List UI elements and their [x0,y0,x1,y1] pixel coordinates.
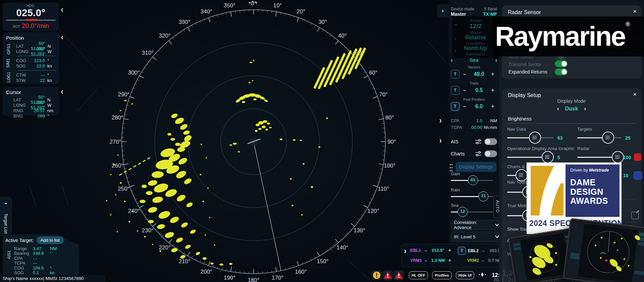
cursor-long-label: LONG [13,103,29,108]
vrm1-minus[interactable]: − [422,258,430,264]
echo-cluster-north [235,60,268,103]
ebl2-minus[interactable]: − [480,248,487,254]
nav-data-slider[interactable] [507,132,553,143]
close-icon[interactable]: × [633,91,637,98]
target-cog-label: COG [14,266,33,271]
display-setup-title: Display Setup [508,92,541,98]
cpa-expand-chevron[interactable]: › [439,115,441,126]
rain-slider[interactable]: 71 [451,191,493,201]
alarm-alert-button[interactable] [394,270,404,280]
ais-expand-chevron[interactable]: › [439,136,441,146]
ais-toggle[interactable] [484,138,497,145]
oda-graphic-slider[interactable] [507,151,553,163]
sea-slider[interactable]: 12 [451,207,493,217]
vectors-true-button[interactable]: T [451,70,460,79]
radar-brightness-slider[interactable] [577,151,622,163]
caution-alert-button[interactable] [372,270,382,280]
range-value: 12/2 [452,22,499,30]
past-position-plus[interactable]: + [488,103,497,110]
sea-thumb[interactable]: 12 [458,207,468,217]
svg-text:10°: 10° [273,2,282,9]
correlation-dropdown[interactable]: Correlation: Advance [451,220,502,230]
edit-icon[interactable] [631,212,639,219]
trails-plus[interactable]: + [488,87,497,94]
ebl-vrm-panel: › EBL1 − 012.5° + T EBL2 − 053.5° + VRM1… [401,244,500,267]
cursor-panel: Cursor LAT50° 51,283'N LONG001° 51,283'W… [3,87,59,115]
trails-minus[interactable]: − [460,87,470,94]
rain-thumb[interactable]: 71 [478,191,488,201]
add-to-list-button[interactable]: Add to list [37,236,64,244]
ir-dropdown[interactable]: IR: Level 5 [451,232,502,242]
target-list-tab[interactable]: › Target List [0,197,12,236]
profiles-button[interactable]: Profiles [432,271,451,279]
warning-alert-button[interactable] [383,270,393,280]
ais-filter-icon[interactable] [475,139,482,145]
radar-brightness-thumb[interactable] [612,151,624,163]
collapse-position-chevron[interactable]: ‹ [61,32,63,43]
transmit-sector-toggle[interactable] [555,60,568,67]
hl-off-button[interactable]: HL OFF [409,271,428,279]
svg-text:90°: 90° [387,139,396,145]
svg-text:350°: 350° [224,2,235,9]
range-menu-popup[interactable]: Range 12/2 − + Motion Relative ‹ Orienta… [452,16,499,58]
target-cpa-label: CPA [14,256,33,261]
ebl2-true-button[interactable]: T [458,247,466,255]
svg-text:290°: 290° [118,91,129,98]
past-position-minus[interactable]: − [460,103,470,110]
ebl1-plus[interactable]: + [446,247,453,253]
display-settings-button[interactable]: Display Settings [455,162,496,172]
vrm2-minus[interactable]: − [479,258,487,264]
past-position-true-button[interactable]: T [451,102,460,111]
orientation-prev-chevron[interactable]: ‹ [454,47,456,54]
stab-next-chevron[interactable]: › [495,57,497,63]
panel-collapse-tab[interactable]: › [437,4,449,17]
collapse-hdg-chevron[interactable]: ‹ [61,5,63,15]
radar-brightness-value: 100 [623,155,631,160]
device-mode-labels: Device mode X Band [451,7,497,11]
cursor-bng-label: BNG [13,113,29,119]
vectors-minus[interactable]: − [460,71,470,78]
cog-value: 123.0 [32,58,45,63]
targets-thumb[interactable] [602,132,614,144]
award-line2: DESIGN [570,187,620,197]
svg-text:140°: 140° [336,244,348,251]
mode-next-chevron[interactable]: › [584,106,586,111]
charts-filter-icon[interactable] [475,151,482,157]
targets-slider[interactable] [577,132,622,143]
close-icon[interactable]: × [633,8,637,15]
ebl1-minus[interactable]: − [422,248,430,253]
radar-color-swatch[interactable] [634,153,641,161]
cpa-value: 1.0 [476,118,482,123]
oda-graphic-thumb[interactable] [542,151,554,163]
collapse-cursor-chevron[interactable]: ‹ [61,87,63,97]
vrm1-plus[interactable]: + [446,257,453,264]
vectors-plus[interactable]: + [488,71,497,78]
brightness-dim-icon[interactable] [478,271,486,280]
trails-color-swatch[interactable] [634,172,642,180]
hide-ui-button[interactable]: Hide UI [456,271,475,279]
cursor-bng-value: 069 [29,113,45,119]
ship-identity-bar: Ship's Name xxxxxx| MMSI 1234567890 [0,275,105,282]
stab-prev-chevron[interactable]: ‹ [451,57,452,63]
range-minus[interactable]: − [454,22,458,29]
ebl-expand-chevron[interactable]: › [404,246,406,256]
drag-handle-dots[interactable] [449,163,453,172]
nav-data-thumb[interactable] [529,132,541,144]
stabilization-label: Stabilization [452,52,499,56]
cpa-label: CPA [451,118,476,123]
svg-text:320°: 320° [159,33,171,39]
gain-slider[interactable]: 43 [451,175,493,185]
gain-thumb[interactable]: 43 [468,175,478,185]
vectors-stepper: T − 48.0 + [451,70,497,79]
svg-text:340°: 340° [201,8,212,15]
trails-true-button[interactable]: T [451,86,460,95]
past-position-label: Past Position [451,97,497,101]
charts-toggle[interactable] [484,150,497,157]
motion-prev-chevron[interactable]: ‹ [454,35,456,42]
mode-prev-chevron[interactable]: ‹ [557,106,559,111]
stabilization-selector[interactable]: ‹ Sea › [451,57,497,63]
expanded-returns-toggle[interactable] [555,68,568,75]
position-panel: Position GPS1 LAT50° 51,283'N LONG001° 5… [3,32,59,84]
source-log1: LOG1 [6,72,11,83]
target-list-label: Target List [3,214,8,234]
